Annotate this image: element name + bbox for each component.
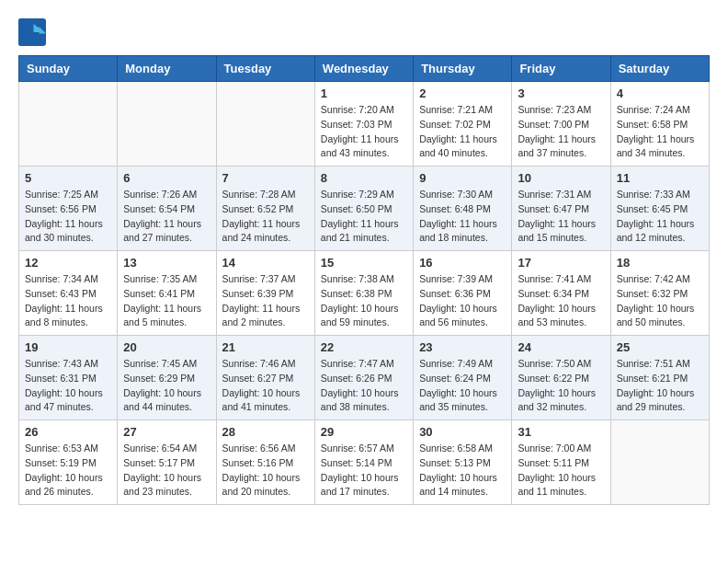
sunrise-text: Sunrise: 6:58 AM: [419, 442, 506, 456]
sunset-text: Sunset: 6:52 PM: [222, 202, 309, 217]
day-number: 10: [518, 171, 604, 185]
day-number: 26: [25, 425, 111, 439]
calendar-cell: 10Sunrise: 7:31 AMSunset: 6:47 PMDayligh…: [512, 167, 610, 251]
daylight-text: Daylight: 11 hours and 30 minutes.: [25, 217, 111, 247]
day-number: 28: [222, 425, 309, 439]
calendar-cell: 12Sunrise: 7:34 AMSunset: 6:43 PMDayligh…: [19, 251, 118, 336]
daylight-text: Daylight: 10 hours and 50 minutes.: [617, 302, 703, 331]
day-number: 14: [222, 256, 309, 270]
sunrise-text: Sunrise: 7:24 AM: [617, 103, 703, 118]
daylight-text: Daylight: 11 hours and 37 minutes.: [518, 132, 604, 162]
day-number: 11: [617, 171, 703, 185]
calendar-cell: 3Sunrise: 7:23 AMSunset: 7:00 PMDaylight…: [512, 82, 610, 167]
day-number: 30: [419, 425, 506, 439]
calendar-cell: 18Sunrise: 7:42 AMSunset: 6:32 PMDayligh…: [610, 251, 709, 336]
sunset-text: Sunset: 6:39 PM: [222, 287, 309, 302]
day-info: Sunrise: 7:24 AMSunset: 6:58 PMDaylight:…: [617, 103, 703, 161]
sunset-text: Sunset: 7:00 PM: [518, 118, 604, 132]
sunrise-text: Sunrise: 7:35 AM: [123, 272, 210, 287]
day-info: Sunrise: 7:47 AMSunset: 6:26 PMDaylight:…: [321, 357, 407, 415]
calendar-cell: 7Sunrise: 7:28 AMSunset: 6:52 PMDaylight…: [216, 167, 314, 251]
calendar-table: SundayMondayTuesdayWednesdayThursdayFrid…: [18, 55, 710, 505]
calendar-cell: 31Sunrise: 7:00 AMSunset: 5:11 PMDayligh…: [512, 420, 610, 505]
weekday-header-sunday: Sunday: [19, 56, 118, 82]
day-info: Sunrise: 6:54 AMSunset: 5:17 PMDaylight:…: [123, 442, 210, 500]
daylight-text: Daylight: 10 hours and 38 minutes.: [321, 386, 407, 416]
calendar-cell: 28Sunrise: 6:56 AMSunset: 5:16 PMDayligh…: [216, 420, 314, 505]
day-info: Sunrise: 7:39 AMSunset: 6:36 PMDaylight:…: [419, 272, 506, 330]
daylight-text: Daylight: 11 hours and 12 minutes.: [617, 217, 703, 247]
day-number: 12: [25, 256, 111, 270]
weekday-header-thursday: Thursday: [414, 56, 512, 82]
daylight-text: Daylight: 10 hours and 35 minutes.: [419, 386, 506, 416]
day-info: Sunrise: 7:34 AMSunset: 6:43 PMDaylight:…: [25, 272, 111, 330]
sunset-text: Sunset: 6:45 PM: [617, 202, 703, 217]
day-info: Sunrise: 7:42 AMSunset: 6:32 PMDaylight:…: [617, 272, 703, 330]
day-info: Sunrise: 7:20 AMSunset: 7:03 PMDaylight:…: [321, 103, 407, 161]
calendar-cell: 2Sunrise: 7:21 AMSunset: 7:02 PMDaylight…: [414, 82, 512, 167]
day-number: 7: [222, 171, 309, 185]
sunrise-text: Sunrise: 7:46 AM: [222, 357, 309, 372]
calendar-cell: 26Sunrise: 6:53 AMSunset: 5:19 PMDayligh…: [19, 420, 118, 505]
day-info: Sunrise: 6:56 AMSunset: 5:16 PMDaylight:…: [222, 442, 309, 500]
weekday-header-saturday: Saturday: [610, 56, 709, 82]
calendar-cell: 14Sunrise: 7:37 AMSunset: 6:39 PMDayligh…: [216, 251, 314, 336]
sunset-text: Sunset: 6:34 PM: [518, 287, 604, 302]
calendar-cell: 6Sunrise: 7:26 AMSunset: 6:54 PMDaylight…: [118, 167, 216, 251]
sunset-text: Sunset: 6:21 PM: [617, 372, 703, 386]
calendar-cell: 24Sunrise: 7:50 AMSunset: 6:22 PMDayligh…: [512, 336, 610, 420]
daylight-text: Daylight: 10 hours and 26 minutes.: [25, 471, 111, 500]
daylight-text: Daylight: 10 hours and 44 minutes.: [123, 386, 210, 416]
day-info: Sunrise: 6:57 AMSunset: 5:14 PMDaylight:…: [321, 442, 407, 500]
sunrise-text: Sunrise: 7:41 AM: [518, 272, 604, 287]
day-info: Sunrise: 7:50 AMSunset: 6:22 PMDaylight:…: [518, 357, 604, 415]
day-info: Sunrise: 7:23 AMSunset: 7:00 PMDaylight:…: [518, 103, 604, 161]
calendar-cell: [118, 82, 216, 167]
sunset-text: Sunset: 5:14 PM: [321, 456, 407, 471]
day-info: Sunrise: 7:21 AMSunset: 7:02 PMDaylight:…: [419, 103, 506, 161]
sunrise-text: Sunrise: 7:43 AM: [25, 357, 111, 372]
day-info: Sunrise: 7:35 AMSunset: 6:41 PMDaylight:…: [123, 272, 210, 330]
calendar-cell: [216, 82, 314, 167]
day-number: 22: [321, 340, 407, 354]
sunset-text: Sunset: 6:31 PM: [25, 372, 111, 386]
calendar-cell: 5Sunrise: 7:25 AMSunset: 6:56 PMDaylight…: [19, 167, 118, 251]
daylight-text: Daylight: 10 hours and 11 minutes.: [518, 471, 604, 500]
calendar-cell: 9Sunrise: 7:30 AMSunset: 6:48 PMDaylight…: [414, 167, 512, 251]
weekday-header-row: SundayMondayTuesdayWednesdayThursdayFrid…: [19, 56, 710, 82]
sunrise-text: Sunrise: 7:00 AM: [518, 442, 604, 456]
calendar-cell: [19, 82, 118, 167]
day-info: Sunrise: 7:26 AMSunset: 6:54 PMDaylight:…: [123, 188, 210, 246]
day-number: 15: [321, 256, 407, 270]
day-number: 27: [123, 425, 210, 439]
daylight-text: Daylight: 10 hours and 14 minutes.: [419, 471, 506, 500]
sunset-text: Sunset: 6:50 PM: [321, 202, 407, 217]
sunset-text: Sunset: 6:26 PM: [321, 372, 407, 386]
sunrise-text: Sunrise: 6:53 AM: [25, 442, 111, 456]
calendar-cell: 21Sunrise: 7:46 AMSunset: 6:27 PMDayligh…: [216, 336, 314, 420]
day-info: Sunrise: 7:30 AMSunset: 6:48 PMDaylight:…: [419, 188, 506, 246]
day-info: Sunrise: 7:28 AMSunset: 6:52 PMDaylight:…: [222, 188, 309, 246]
day-number: 16: [419, 256, 506, 270]
week-row-1: 1Sunrise: 7:20 AMSunset: 7:03 PMDaylight…: [19, 82, 710, 167]
day-number: 9: [419, 171, 506, 185]
sunset-text: Sunset: 6:32 PM: [617, 287, 703, 302]
sunrise-text: Sunrise: 7:37 AM: [222, 272, 309, 287]
day-number: 29: [321, 425, 407, 439]
sunset-text: Sunset: 7:03 PM: [321, 118, 407, 132]
calendar-cell: 30Sunrise: 6:58 AMSunset: 5:13 PMDayligh…: [414, 420, 512, 505]
day-number: 17: [518, 256, 604, 270]
sunrise-text: Sunrise: 7:47 AM: [321, 357, 407, 372]
sunrise-text: Sunrise: 7:39 AM: [419, 272, 506, 287]
daylight-text: Daylight: 11 hours and 5 minutes.: [123, 302, 210, 331]
daylight-text: Daylight: 10 hours and 17 minutes.: [321, 471, 407, 500]
week-row-4: 19Sunrise: 7:43 AMSunset: 6:31 PMDayligh…: [19, 336, 710, 420]
day-info: Sunrise: 7:41 AMSunset: 6:34 PMDaylight:…: [518, 272, 604, 330]
sunset-text: Sunset: 5:13 PM: [419, 456, 506, 471]
sunset-text: Sunset: 6:43 PM: [25, 287, 111, 302]
calendar-cell: 13Sunrise: 7:35 AMSunset: 6:41 PMDayligh…: [118, 251, 216, 336]
sunset-text: Sunset: 6:36 PM: [419, 287, 506, 302]
page-header: [18, 18, 710, 46]
calendar-cell: [610, 420, 709, 505]
sunrise-text: Sunrise: 7:26 AM: [123, 188, 210, 202]
